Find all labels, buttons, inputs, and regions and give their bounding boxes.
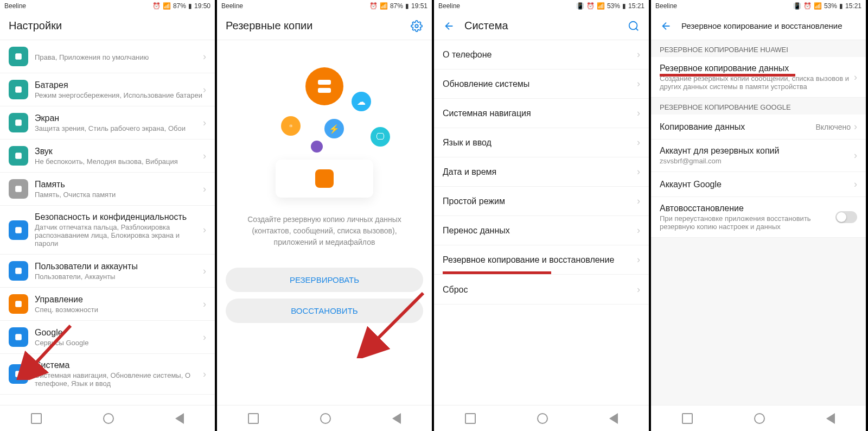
chevron-icon: ›: [203, 84, 206, 96]
system-item[interactable]: Язык и ввод›: [434, 128, 649, 157]
svg-line-16: [636, 28, 638, 30]
settings-item[interactable]: Батарея Режим энергосбережения, Использо…: [0, 73, 215, 106]
huawei-backup-item[interactable]: Резервное копирование данных Создание ре…: [651, 57, 866, 98]
nav-back-button[interactable]: [175, 413, 184, 424]
settings-item[interactable]: Безопасность и конфиденциальность Датчик…: [0, 206, 215, 255]
item-title: Безопасность и конфиденциальность: [35, 212, 203, 222]
system-item[interactable]: Простой режим›: [434, 187, 649, 216]
section-google: РЕЗЕРВНОЕ КОПИРОВАНИЕ GOOGLE: [651, 98, 866, 115]
backup-content: ☁ ⚡ ▫ 🖵 Создайте резервную копию личных …: [217, 40, 432, 405]
item-title: Перенос данных: [443, 226, 637, 236]
svg-rect-8: [15, 334, 22, 340]
item-title: Простой режим: [443, 197, 637, 206]
nav-back-button[interactable]: [609, 413, 618, 424]
header: Резервное копирование и восстановление: [651, 12, 866, 40]
chevron-icon: ›: [854, 121, 857, 132]
google-item[interactable]: Аккаунт для резервных копий zsvsbrf@gmai…: [651, 140, 866, 172]
battery-label: 87%: [390, 2, 403, 10]
item-sub: Не беспокоить, Мелодия вызова, Вибрация: [35, 157, 203, 166]
page-title: Система: [464, 20, 627, 32]
item-title: О телефоне: [443, 50, 637, 60]
item-sub: Создание резервных копий сообщений, спис…: [660, 74, 854, 91]
nav-home-button[interactable]: [754, 413, 765, 424]
search-icon[interactable]: [627, 20, 640, 33]
nav-recent-button[interactable]: [465, 413, 476, 424]
nav-home-button[interactable]: [537, 413, 548, 424]
time-label: 19:50: [194, 2, 210, 10]
item-sub: Спец. возможности: [35, 306, 203, 314]
settings-item[interactable]: Пользователи и аккаунты Пользователи, Ак…: [0, 255, 215, 288]
settings-item[interactable]: Google Сервисы Google ›: [0, 321, 215, 354]
nav-recent-button[interactable]: [248, 413, 259, 424]
time-label: 19:51: [411, 2, 427, 10]
battery-icon: ▮: [188, 2, 192, 10]
system-item[interactable]: О телефоне›: [434, 40, 649, 69]
google-item[interactable]: Аккаунт Google ›: [651, 172, 866, 197]
back-arrow-icon[interactable]: [660, 20, 673, 33]
battery-label: 53%: [607, 2, 620, 10]
wifi-icon: 📶: [597, 2, 605, 10]
item-title: Резервное копирование данных: [660, 64, 854, 73]
item-title: Экран: [35, 113, 203, 123]
settings-item[interactable]: Память Память, Очистка памяти ›: [0, 173, 215, 206]
system-item[interactable]: Обновление системы›: [434, 69, 649, 99]
item-sub: zsvsbrf@gmail.com: [660, 157, 854, 165]
status-bar: Beeline 📳 ⏰ 📶 53% ▮ 15:21: [434, 0, 649, 12]
svg-rect-9: [15, 371, 22, 377]
item-title: Резервное копирование и восстановление: [443, 255, 637, 265]
nav-recent-button[interactable]: [31, 413, 42, 424]
settings-list[interactable]: Права, Приложения по умолчанию › Батарея…: [0, 40, 215, 405]
nav-recent-button[interactable]: [682, 413, 693, 424]
nav-home-button[interactable]: [103, 413, 114, 424]
nav-home-button[interactable]: [320, 413, 331, 424]
chevron-icon: ›: [637, 284, 640, 295]
status-bar: Beeline 📳 ⏰ 📶 53% ▮ 15:21: [651, 0, 866, 12]
server-icon: [305, 67, 343, 105]
backup-restore-list[interactable]: РЕЗЕРВНОЕ КОПИРОВАНИЕ HUAWEI Резервное к…: [651, 40, 866, 405]
system-item[interactable]: Дата и время›: [434, 157, 649, 187]
google-item[interactable]: Копирование данных Включено›: [651, 115, 866, 140]
chevron-icon: ›: [854, 150, 857, 161]
nav-back-button[interactable]: [392, 413, 401, 424]
svg-rect-12: [318, 80, 331, 85]
settings-item[interactable]: Управление Спец. возможности ›: [0, 288, 215, 321]
back-arrow-icon[interactable]: [443, 20, 456, 33]
item-icon: [9, 113, 28, 132]
status-bar: Beeline ⏰ 📶 87% ▮ 19:51: [217, 0, 432, 12]
system-item[interactable]: Перенос данных›: [434, 216, 649, 245]
carrier-label: Beeline: [4, 2, 26, 10]
settings-item[interactable]: Система Системная навигация, Обновление …: [0, 354, 215, 395]
screen-backup: Beeline ⏰ 📶 87% ▮ 19:51 Резервные копии …: [217, 0, 434, 431]
header: Резервные копии: [217, 12, 432, 40]
settings-item[interactable]: Звук Не беспокоить, Мелодия вызова, Вибр…: [0, 140, 215, 173]
battery-icon: ▮: [839, 2, 843, 10]
chevron-icon: ›: [637, 225, 640, 236]
gear-icon[interactable]: [410, 20, 423, 33]
svg-point-15: [629, 21, 637, 29]
restore-button[interactable]: ВОССТАНОВИТЬ: [226, 299, 423, 323]
nav-back-button[interactable]: [826, 413, 835, 424]
settings-item[interactable]: Экран Защита зрения, Стиль рабочего экра…: [0, 106, 215, 140]
backup-button[interactable]: РЕЗЕРВИРОВАТЬ: [226, 268, 423, 292]
item-value: Включено: [815, 123, 851, 131]
system-list[interactable]: О телефоне›Обновление системы›Системная …: [434, 40, 649, 405]
chevron-icon: ›: [637, 49, 640, 60]
item-title: Батарея: [35, 80, 203, 90]
item-icon: [9, 80, 28, 99]
settings-item[interactable]: Права, Приложения по умолчанию ›: [0, 40, 215, 73]
item-title: Автовосстановление: [660, 204, 835, 213]
chevron-icon: ›: [203, 51, 206, 62]
system-item[interactable]: Системная навигация›: [434, 99, 649, 128]
battery-icon: ▮: [405, 2, 409, 10]
carrier-label: Beeline: [438, 2, 460, 10]
item-icon: [9, 364, 28, 384]
chevron-icon: ›: [854, 72, 857, 83]
system-item[interactable]: Резервное копирование и восстановление›: [434, 245, 649, 275]
toggle-switch[interactable]: [835, 211, 857, 223]
google-item[interactable]: Автовосстановление При переустановке при…: [651, 197, 866, 238]
header: Система: [434, 12, 649, 40]
system-item[interactable]: Сброс›: [434, 275, 649, 305]
time-label: 15:21: [845, 2, 861, 10]
chevron-icon: ›: [854, 179, 857, 190]
svg-rect-5: [15, 227, 22, 233]
